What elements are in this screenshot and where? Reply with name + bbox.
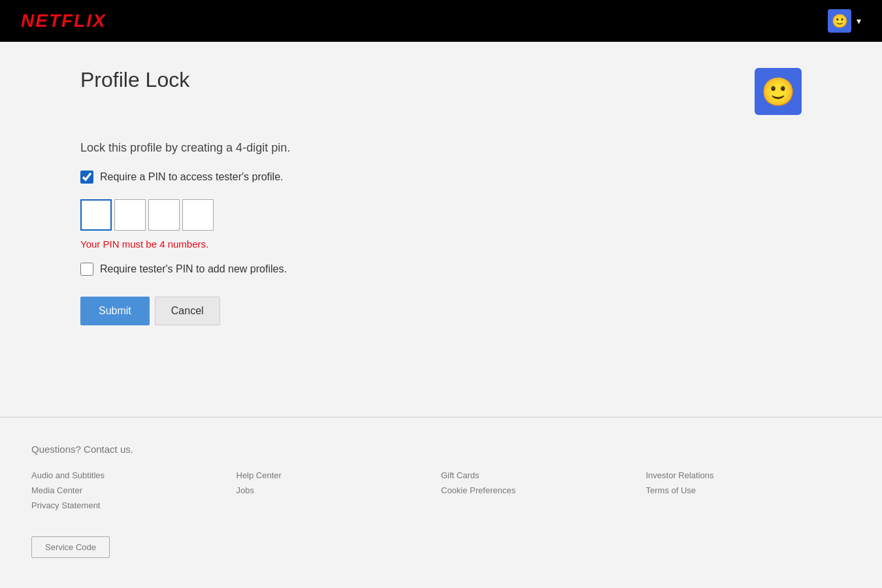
footer-link-media-center[interactable]: Media Center: [31, 485, 237, 495]
profile-avatar-header[interactable]: 🙂: [828, 9, 851, 33]
netflix-logo: NETFLIX: [21, 10, 106, 31]
page-header: Profile Lock 🙂: [80, 68, 802, 115]
footer-col-3: Gift Cards Cookie Preferences: [441, 470, 646, 515]
footer-col-1: Audio and Subtitles Media Center Privacy…: [31, 470, 237, 515]
footer: Questions? Contact us. Audio and Subtitl…: [0, 417, 882, 584]
pin-digit-2[interactable]: [114, 199, 146, 231]
action-buttons: Submit Cancel: [80, 297, 802, 325]
footer-link-jobs[interactable]: Jobs: [237, 485, 442, 495]
footer-link-gift-cards[interactable]: Gift Cards: [441, 470, 646, 480]
header-right: 🙂 ▾: [828, 9, 861, 33]
footer-link-cookie-prefs[interactable]: Cookie Preferences: [441, 485, 646, 495]
footer-link-terms[interactable]: Terms of Use: [646, 485, 851, 495]
service-code-button[interactable]: Service Code: [31, 536, 110, 558]
page-subtitle: Lock this profile by creating a 4-digit …: [80, 141, 802, 155]
dropdown-arrow[interactable]: ▾: [857, 16, 861, 26]
footer-col-2: Help Center Jobs: [237, 470, 442, 515]
pin-error-message: Your PIN must be 4 numbers.: [80, 238, 802, 250]
require-pin-checkbox[interactable]: [80, 171, 93, 184]
require-pin-row: Require a PIN to access tester's profile…: [80, 171, 802, 184]
require-pin-new-profiles-row: Require tester's PIN to add new profiles…: [80, 263, 802, 276]
footer-link-investor[interactable]: Investor Relations: [646, 470, 851, 480]
cancel-button[interactable]: Cancel: [155, 297, 220, 325]
require-pin-new-profiles-label: Require tester's PIN to add new profiles…: [100, 263, 287, 275]
require-pin-new-profiles-checkbox[interactable]: [80, 263, 93, 276]
pin-digit-4[interactable]: [182, 199, 214, 231]
header: NETFLIX 🙂 ▾: [0, 0, 882, 42]
require-pin-label: Require a PIN to access tester's profile…: [100, 171, 284, 183]
footer-links: Audio and Subtitles Media Center Privacy…: [31, 470, 851, 515]
submit-button[interactable]: Submit: [80, 297, 150, 325]
footer-contact: Questions? Contact us.: [31, 444, 851, 455]
footer-link-privacy[interactable]: Privacy Statement: [31, 500, 237, 510]
footer-col-4: Investor Relations Terms of Use: [646, 470, 851, 515]
footer-link-help-center[interactable]: Help Center: [237, 470, 442, 480]
profile-avatar-large: 🙂: [755, 68, 802, 115]
page-title: Profile Lock: [80, 68, 189, 92]
pin-digit-3[interactable]: [148, 199, 180, 231]
pin-digit-1[interactable]: [80, 199, 112, 231]
footer-link-audio-subtitles[interactable]: Audio and Subtitles: [31, 470, 237, 480]
contact-link[interactable]: Contact us.: [84, 444, 133, 455]
main-content: Profile Lock 🙂 Lock this profile by crea…: [49, 42, 833, 351]
pin-input-group: [80, 199, 802, 231]
